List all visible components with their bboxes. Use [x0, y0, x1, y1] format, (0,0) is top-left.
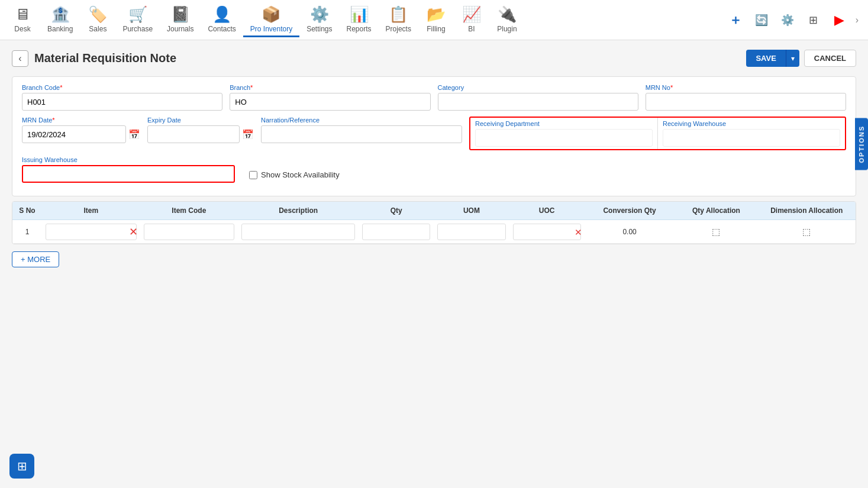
nav-label-sales: Sales: [89, 25, 107, 33]
col-header-sno: S No: [12, 202, 42, 219]
filling-icon: 📂: [427, 5, 446, 24]
settings-icon: ⚙️: [310, 5, 329, 24]
gear-icon[interactable]: ⚙️: [777, 10, 798, 30]
cell-sno-1: 1: [12, 225, 42, 238]
mrn-date-wrapper: 📅: [22, 125, 140, 143]
mrn-date-label: MRN Date*: [22, 117, 140, 124]
main-content: ‹ Material Requisition Note SAVE ▾ CANCE…: [0, 40, 868, 488]
receiving-dept-input[interactable]: [475, 129, 653, 147]
expiry-date-label: Expiry Date: [147, 117, 254, 124]
save-button[interactable]: SAVE: [746, 50, 785, 67]
nav-item-pro-inventory[interactable]: 📦 Pro Inventory: [243, 3, 299, 37]
cancel-button[interactable]: CANCEL: [804, 50, 856, 67]
show-stock-checkbox[interactable]: [249, 171, 257, 179]
category-input[interactable]: [438, 93, 638, 111]
narration-group: Narration/Reference: [261, 117, 462, 143]
category-label: Category: [438, 84, 638, 91]
expiry-date-group: Expiry Date 📅: [147, 117, 254, 143]
nav-label-bi: BI: [468, 25, 475, 33]
nav-action-area: ＋ 🔄 ⚙️ ⊞ ▶ ›: [725, 10, 863, 30]
issuing-warehouse-label: Issuing Warehouse: [22, 156, 235, 163]
table-section: S No Item Item Code Description Qty UOM …: [12, 201, 856, 244]
narration-input[interactable]: [261, 125, 462, 143]
receiving-warehouse-input[interactable]: [663, 129, 840, 147]
mrn-date-input[interactable]: [22, 125, 126, 143]
nav-item-desk[interactable]: 🖥 Desk: [5, 3, 40, 37]
cell-convqty-1: 0.00: [585, 225, 675, 238]
expiry-date-input[interactable]: [147, 125, 240, 143]
grid-view-icon[interactable]: ⊞: [804, 10, 824, 30]
nav-item-banking[interactable]: 🏦 Banking: [40, 3, 80, 37]
receiving-warehouse-label: Receiving Warehouse: [663, 120, 840, 127]
add-button[interactable]: ＋: [725, 10, 746, 30]
qtyalloc-link-1[interactable]: ⬚: [709, 227, 722, 237]
nav-item-filling[interactable]: 📂 Filling: [418, 3, 454, 37]
cell-uoc-1: ✕: [509, 221, 585, 243]
nav-item-plugin[interactable]: 🔌 Plugin: [489, 3, 525, 37]
branch-code-group: Branch Code*: [22, 84, 222, 111]
save-dropdown-button[interactable]: ▾: [786, 50, 799, 67]
branch-label: Branch*: [230, 84, 430, 91]
cell-itemcode-1: [140, 221, 238, 243]
purchase-icon: 🛒: [128, 5, 147, 24]
description-input-1[interactable]: [241, 224, 355, 240]
nav-item-reports[interactable]: 📊 Reports: [340, 3, 379, 37]
contacts-icon: 👤: [212, 5, 231, 24]
expiry-date-calendar-icon[interactable]: 📅: [242, 129, 254, 140]
plugin-icon: 🔌: [498, 5, 517, 24]
branch-code-label: Branch Code*: [22, 84, 222, 91]
banking-icon: 🏦: [51, 5, 70, 24]
nav-item-purchase[interactable]: 🛒 Purchase: [115, 3, 160, 37]
nav-chevron-icon[interactable]: ›: [856, 15, 859, 25]
form-row-2: MRN Date* 📅 Expiry Date 📅 Narration/Refe…: [22, 117, 846, 150]
dimalloc-link-1[interactable]: ⬚: [800, 227, 813, 237]
receiving-warehouse-group: Receiving Warehouse: [658, 118, 845, 149]
cell-qty-1: [359, 221, 434, 243]
convqty-value-1: 0.00: [622, 228, 636, 236]
nav-label-settings: Settings: [306, 25, 332, 33]
branch-input[interactable]: [230, 93, 430, 111]
branch-group: Branch*: [230, 84, 430, 111]
uoc-input-1[interactable]: [513, 224, 581, 240]
page-title: Material Requisition Note: [34, 51, 746, 65]
nav-item-sales[interactable]: 🏷️ Sales: [80, 3, 115, 37]
nav-item-settings[interactable]: ⚙️ Settings: [299, 3, 339, 37]
cell-description-1: [238, 221, 359, 243]
mrn-no-input[interactable]: [646, 93, 846, 111]
uom-input-1[interactable]: [437, 224, 505, 240]
narration-label: Narration/Reference: [261, 117, 462, 124]
category-group: Category: [438, 84, 638, 111]
nav-item-journals[interactable]: 📓 Journals: [160, 3, 201, 37]
sync-icon[interactable]: 🔄: [751, 10, 772, 30]
mrn-date-group: MRN Date* 📅: [22, 117, 140, 143]
branch-code-input[interactable]: [22, 93, 222, 111]
issuing-warehouse-input[interactable]: [22, 165, 235, 183]
nav-item-projects[interactable]: 📋 Projects: [379, 3, 418, 37]
options-sidebar[interactable]: OPTIONS: [855, 118, 868, 170]
itemcode-input-1[interactable]: [144, 224, 235, 240]
expiry-date-wrapper: 📅: [147, 125, 254, 143]
nav-item-bi[interactable]: 📈 BI: [454, 3, 489, 37]
delete-row-1-button[interactable]: ✕: [127, 227, 140, 237]
qty-input-1[interactable]: [362, 224, 430, 240]
back-button[interactable]: ‹: [12, 50, 28, 67]
nav-label-contacts: Contacts: [208, 25, 235, 33]
header-actions: SAVE ▾ CANCEL: [746, 50, 856, 67]
youtube-icon[interactable]: ▶: [830, 10, 850, 30]
cell-item-1: ✕: [42, 221, 140, 243]
item-input-1[interactable]: [46, 224, 137, 240]
top-navigation: 🖥 Desk 🏦 Banking 🏷️ Sales 🛒 Purchase 📓 J…: [0, 0, 868, 40]
mrn-no-group: MRN No*: [646, 84, 846, 111]
desk-icon: 🖥: [15, 5, 30, 24]
col-header-uoc: UOC: [509, 202, 585, 219]
nav-label-reports: Reports: [347, 25, 372, 33]
col-header-convqty: Conversion Qty: [585, 202, 675, 219]
delete-uoc-1-button[interactable]: ✕: [572, 227, 585, 236]
mrn-date-calendar-icon[interactable]: 📅: [128, 129, 140, 140]
more-button[interactable]: + MORE: [12, 251, 59, 267]
nav-item-contacts[interactable]: 👤 Contacts: [201, 3, 243, 37]
cell-uom-1: [434, 221, 509, 243]
grid-icon-button[interactable]: ⊞: [9, 454, 34, 479]
bi-icon: 📈: [462, 5, 481, 24]
show-stock-row: Show Stock Availability: [249, 170, 340, 179]
